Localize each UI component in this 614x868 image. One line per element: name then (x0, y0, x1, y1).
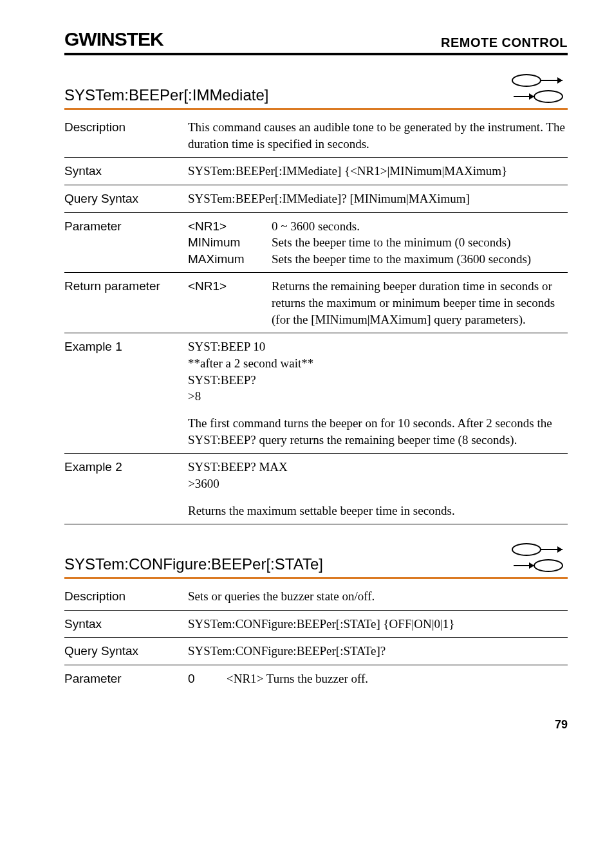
row-label-parameter: Parameter (64, 665, 188, 692)
svg-marker-2 (557, 77, 563, 84)
svg-marker-8 (557, 546, 563, 553)
command-title: SYSTem:BEEPer[:IMMediate] (64, 86, 268, 104)
row-label-description: Description (64, 583, 188, 610)
svg-point-6 (512, 544, 541, 555)
page-header: GWINSTEK REMOTE CONTROL (64, 28, 568, 55)
row-label-return-param: Return parameter (64, 273, 188, 333)
row-label-query-syntax: Query Syntax (64, 638, 188, 665)
svg-point-3 (534, 91, 563, 102)
query-syntax-text: SYSTem:CONFigure:BEEPer[:STATe]? (188, 638, 568, 665)
return-param-name: <NR1> (188, 273, 272, 333)
row-label-example2: Example 2 (64, 454, 188, 497)
example1-note: The first command turns the beeper on fo… (188, 410, 568, 454)
row-label-syntax: Syntax (64, 158, 188, 185)
command-title: SYSTem:CONFigure:BEEPer[:STATe] (64, 555, 323, 573)
section-label: REMOTE CONTROL (441, 35, 568, 50)
description-text: Sets or queries the buzzer state on/off. (188, 583, 568, 610)
row-label-query-syntax: Query Syntax (64, 185, 188, 212)
syntax-text: SYSTem:BEEPer[:IMMediate] {<NR1>|MINimum… (188, 158, 568, 185)
set-query-icon (510, 542, 568, 573)
param-max-name: MAXimum (188, 251, 272, 273)
param-min-name: MINimum (188, 234, 272, 251)
svg-point-9 (534, 560, 563, 571)
return-param-desc: Returns the remaining beeper duration ti… (272, 273, 568, 333)
svg-point-0 (512, 75, 541, 86)
set-query-icon (510, 73, 568, 104)
example2-lines: SYST:BEEP? MAX >3600 (188, 454, 568, 497)
example2-note: Returns the maximum settable beeper time… (188, 497, 568, 524)
description-text: This command causes an audible tone to b… (188, 114, 568, 158)
row-label-syntax: Syntax (64, 610, 188, 638)
param-nr1-desc: 0 ~ 3600 seconds. (272, 212, 568, 234)
param-min-desc: Sets the beeper time to the minimum (0 s… (272, 234, 568, 251)
param-max-desc: Sets the beeper time to the maximum (360… (272, 251, 568, 273)
syntax-text: SYSTem:CONFigure:BEEPer[:STATe] {OFF|ON|… (188, 610, 568, 638)
svg-marker-5 (529, 93, 534, 100)
row-label-parameter: Parameter (64, 212, 188, 234)
brand-logo: GWINSTEK (64, 28, 163, 50)
row-label-example1: Example 1 (64, 333, 188, 410)
param-nr1-name: <NR1> (188, 212, 272, 234)
param-desc: <NR1> Turns the buzzer off. (227, 665, 568, 692)
command-configure-beeper-state: SYSTem:CONFigure:BEEPer[:STATe] Descript… (64, 542, 568, 692)
row-label-description: Description (64, 114, 188, 158)
query-syntax-text: SYSTem:BEEPer[:IMMediate]? [MINimum|MAXi… (188, 185, 568, 212)
param-name: 0 (188, 665, 227, 692)
command-beeper-immediate: SYSTem:BEEPer[:IMMediate] Description Th… (64, 73, 568, 524)
example1-lines: SYST:BEEP 10 **after a 2 second wait** S… (188, 333, 568, 410)
page-number: 79 (64, 718, 568, 732)
svg-marker-11 (529, 562, 534, 569)
